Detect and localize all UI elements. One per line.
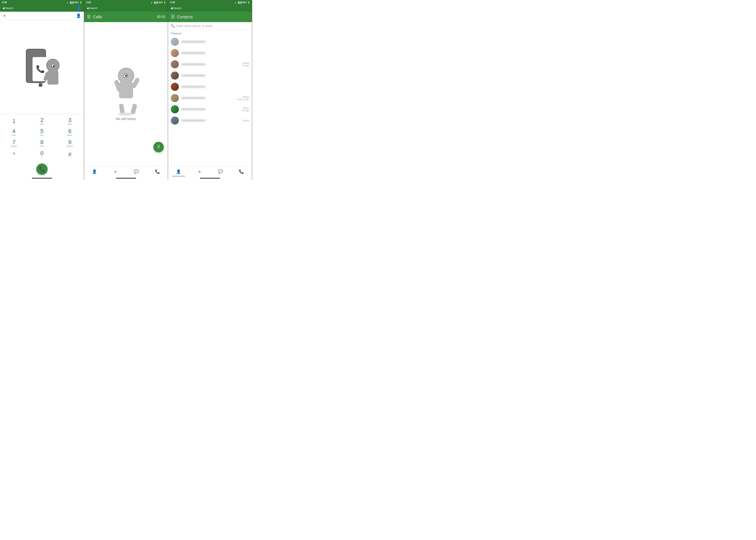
location-icon-1: ▲ [66,1,68,4]
dial-key-star[interactable]: * [0,149,28,160]
home-bar-3 [200,178,220,179]
home-bar-1 [32,178,52,179]
status-icons-3: ▲ ▐▐▐ WiFi 🔋 [235,1,250,4]
dial-letters-8: TUV [40,145,44,147]
mascot-head [47,59,59,72]
favorites-nav-icon-3: ★ [198,169,201,174]
calls-nav-contacts[interactable]: 👤 [84,167,105,176]
dial-num-7: 7 [12,139,16,145]
contact-item-3[interactable]: Active 7h ago [168,59,252,70]
contacts-nav-favorites[interactable]: ★ [189,167,210,176]
contact-info-4 [181,74,249,76]
home-indicator-3 [168,176,252,180]
time-ago-6: over 1y ago [238,98,249,100]
contact-item-2[interactable] [168,48,252,59]
dial-key-8[interactable]: 8 TUV [28,138,56,149]
contact-avatar-3 [171,60,179,68]
contact-name-blur-3 [181,63,205,65]
mascot2-leg-right [130,103,137,114]
calls-nav-messages[interactable]: 💬 [126,167,147,176]
contact-item-5[interactable] [168,81,252,92]
dial-num-hash: # [68,152,71,157]
contacts-nav-contacts[interactable]: 👤 [168,167,189,176]
contact-avatar-7 [171,105,179,113]
dialpad: 1 2 ABC 3 DEF 4 GHI 5 JKL 6 MNO 7 PQRS [0,114,84,162]
dial-key-7[interactable]: 7 PQRS [0,138,28,149]
battery-icon-2: 🔋 [163,1,166,4]
phone-screen-call-icon: 📞 [36,65,45,73]
mascot2-body [119,82,133,98]
signal-icon-2: ▐▐▐ [154,1,158,4]
dial-key-6[interactable]: 6 MNO [56,127,84,138]
back-button-calls[interactable]: ◀ Search [86,6,98,10]
contact-name-blur-1 [181,41,205,43]
back-button-contacts[interactable]: ◀ Search [170,6,181,10]
contact-name-blur-2 [181,52,205,54]
profile-icon-dialer[interactable]: 👤 [76,6,81,10]
back-button-dialer[interactable]: ◀ Search [2,6,13,10]
contacts-nav-icon-2: 👤 [92,169,97,174]
contact-status-6: Active over 1y ago [238,96,249,100]
contacts-nav-calls[interactable]: 📞 [231,167,252,176]
calls-nav-favorites[interactable]: ★ [105,167,126,176]
dial-key-3[interactable]: 3 DEF [56,116,84,127]
search-icon-contacts: 🔍 [170,24,175,28]
time-ago-3: 7h ago [242,64,249,67]
menu-icon-calls[interactable]: ☰ [87,14,91,20]
dial-key-5[interactable]: 5 JKL [28,127,56,138]
contact-item-8[interactable]: Active [168,115,252,126]
status-time-3: 3:40 [170,1,175,4]
contacts-header: ☰ Contacts [168,12,252,22]
contact-status-3: Active 7h ago [242,62,249,67]
dial-num-star: * [13,152,15,157]
contacts-title: Contacts [177,15,249,19]
dial-key-2[interactable]: 2 ABC [28,116,56,127]
search-input-contacts[interactable]: Enter name, phone, or email [176,24,250,28]
contact-info-1 [181,41,249,43]
dial-key-hash[interactable]: # [56,149,84,160]
dial-letters-6: MNO [67,134,72,136]
calls-title: Calls [93,15,157,19]
dial-letters-3: DEF [68,123,72,125]
dial-num-4: 4 [12,128,16,134]
status-icons-1: ▲ ▐▐▐ WiFi 🔋 [66,1,82,4]
no-call-history-text: No call history [116,117,136,121]
time-ago-7: 2h ago [242,109,249,112]
contact-item-1[interactable] [168,36,252,48]
location-icon-2: ▲ [151,1,153,4]
contact-info-2 [181,52,249,54]
phone-graphic: 📞 [22,45,62,89]
back-label-1: Search [5,7,13,10]
contacts-nav-messages[interactable]: 💬 [210,167,231,176]
contact-name-blur-7 [181,108,205,110]
calls-nav-icon-3: 📞 [239,169,244,174]
no-calls-illustration: No call history [110,68,142,121]
fab-dialpad-button[interactable]: ⠿ [154,142,164,152]
contact-avatar-1 [171,38,179,46]
calls-body: No call history ⠿ [84,22,168,166]
contact-item-4[interactable] [168,70,252,81]
fab-dialpad-icon: ⠿ [157,144,160,150]
calls-header: ☰ Calls $0.00 [84,12,168,22]
dial-key-1[interactable]: 1 [0,116,28,127]
dial-num-5: 5 [40,128,44,134]
call-button[interactable]: 📞 [36,164,48,175]
top-nav-contacts: ◀ Search [168,4,252,12]
calls-nav-calls[interactable]: 📞 [147,167,168,176]
contact-item-7[interactable]: Active 2h ago [168,104,252,115]
dial-letters-0: + [41,156,43,158]
wifi-icon-3: WiFi [243,1,247,4]
account-icon[interactable]: 👤 [76,13,81,18]
close-button[interactable]: ✕ [3,13,6,18]
contact-item-6[interactable]: Active over 1y ago [168,92,252,104]
dialer-panel: 3:39 ▲ ▐▐▐ WiFi 🔋 ◀ Search 👤 ✕ 👤 📞 [0,0,84,180]
mascot2-shadow [118,113,134,115]
dial-num-0: 0 [40,151,44,156]
contact-info-8 [181,119,241,122]
dial-key-9[interactable]: 9 WXYZ [56,138,84,149]
dial-key-0[interactable]: 0 + [28,149,56,160]
menu-icon-contacts[interactable]: ☰ [171,14,175,20]
location-icon-3: ▲ [235,1,237,4]
dial-key-4[interactable]: 4 GHI [0,127,28,138]
calls-mascot [110,68,142,114]
